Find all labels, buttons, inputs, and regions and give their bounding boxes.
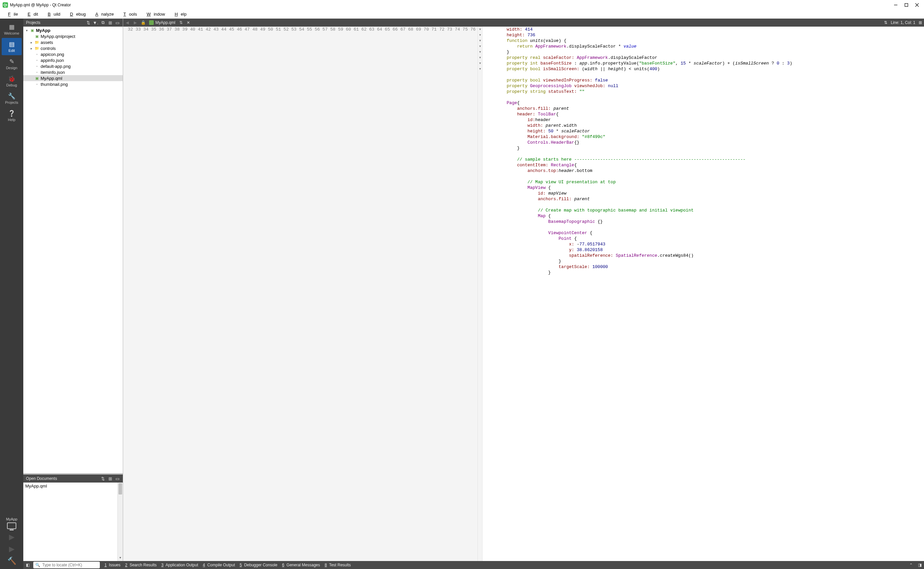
menu-analyze[interactable]: Analyze [90, 11, 117, 18]
editor-toolbar: ◀ ▶ 🔒 MyApp.qml ⇅ ✕ ⇅ Line: 1, Col: 1 ⊞ [123, 18, 924, 27]
editor-tab[interactable]: MyApp.qml [147, 18, 177, 27]
search-icon: 🔍 [35, 563, 40, 567]
output-tests[interactable]: 8 Test Results [325, 563, 351, 567]
scroll-thumb[interactable] [119, 483, 122, 494]
toggle-right-sidebar-button[interactable]: ◨ [915, 563, 924, 567]
menu-build[interactable]: Build [41, 11, 63, 18]
editor-split-icon[interactable]: ⊞ [919, 20, 922, 25]
kit-name: MyApp [3, 517, 20, 521]
tree-item[interactable]: ▫thumbnail.png [23, 81, 123, 87]
split-icon[interactable]: ⊞ [107, 20, 113, 25]
projects-panel-header: Projects ⇅ ▼. ⧉ ⊞ ▭ [23, 18, 123, 27]
mode-welcome-label: Welcome [4, 31, 19, 35]
mode-welcome[interactable]: ▦Welcome [2, 21, 21, 38]
pencil-icon: ✎ [9, 58, 14, 65]
link-icon[interactable]: ⧉ [100, 20, 105, 25]
editor-tab-label: MyApp.qml [156, 20, 175, 25]
project-tree[interactable]: ▾▣MyApp▣MyApp.qmlproject▸📁assets▸📁contro… [23, 27, 123, 473]
code-area[interactable]: width: 414 height: 736 function units(va… [482, 27, 924, 561]
close-button[interactable] [915, 3, 919, 7]
edit-icon: ▤ [9, 41, 15, 48]
mode-design-label: Design [6, 66, 17, 70]
code-editor[interactable]: 32 33 34 35 36 37 38 39 40 41 42 43 44 4… [123, 27, 924, 561]
run-debug-button[interactable]: ▶ [7, 545, 16, 554]
tree-item[interactable]: ▣MyApp.qml [23, 75, 123, 81]
mode-debug-label: Debug [6, 83, 17, 87]
menu-edit[interactable]: Edit [21, 11, 41, 18]
qtcreator-icon: Qt [3, 2, 8, 8]
tree-item[interactable]: ▸📁controls [23, 45, 123, 51]
wrench-icon: 🔧 [8, 93, 15, 100]
menu-file[interactable]: File [2, 11, 21, 18]
window-titlebar: Qt MyApp.qml @ MyApp - Qt Creator [0, 0, 924, 10]
scroll-down-icon[interactable]: ▾ [118, 556, 123, 561]
cursor-dropdown[interactable]: ⇅ [884, 20, 887, 25]
open-docs-title: Open Documents [26, 476, 57, 481]
menu-window[interactable]: Window [141, 11, 168, 18]
output-compile[interactable]: 4 Compile Output [203, 563, 235, 567]
tree-item[interactable]: ▸📁assets [23, 39, 123, 45]
toggle-sidebar-button[interactable]: ◧ [23, 563, 32, 567]
mode-design[interactable]: ✎Design [2, 55, 21, 73]
open-docs-header: Open Documents ⇅ ⊞ ▭ [23, 475, 123, 482]
tree-item[interactable]: ▫appicon.png [23, 51, 123, 57]
maximize-button[interactable] [904, 3, 909, 7]
mode-bar: ▦Welcome ▤Edit ✎Design 🐞Debug 🔧Projects … [0, 18, 23, 569]
filter-icon[interactable]: ▼. [93, 20, 98, 25]
mode-help[interactable]: ❔Help [2, 107, 21, 125]
mode-edit-label: Edit [9, 49, 15, 53]
svg-rect-1 [905, 4, 908, 7]
build-button[interactable]: 🔨 [7, 556, 16, 566]
nav-forward-button[interactable]: ▶ [131, 18, 139, 27]
open-docs-split-icon[interactable]: ⊞ [107, 476, 113, 481]
tree-root[interactable]: ▾▣MyApp [23, 27, 123, 33]
monitor-icon [7, 522, 16, 529]
output-debugger[interactable]: 5 Debugger Console [239, 563, 277, 567]
open-docs-close-icon[interactable]: ▭ [115, 476, 120, 481]
output-issues[interactable]: 1 Issues [104, 563, 120, 567]
nav-back-button[interactable]: ◀ [123, 18, 131, 27]
minimize-button[interactable] [894, 3, 898, 7]
tab-close-button[interactable]: ✕ [184, 20, 192, 25]
output-messages[interactable]: 6 General Messages [282, 563, 320, 567]
menu-debug[interactable]: Debug [64, 11, 88, 18]
line-number-gutter: 32 33 34 35 36 37 38 39 40 41 42 43 44 4… [123, 27, 478, 561]
menu-tools[interactable]: Tools [117, 11, 140, 18]
open-docs-scrollbar[interactable]: ▴ ▾ [117, 482, 123, 561]
fold-gutter[interactable]: ▾ ▾ ▾ ▾ ▾ ▾ ▾ ▾ [478, 27, 482, 561]
open-doc-item[interactable]: MyApp.qml [23, 482, 123, 490]
tree-item[interactable]: ▫iteminfo.json [23, 69, 123, 75]
locator-input[interactable] [42, 563, 98, 567]
help-icon: ❔ [8, 110, 15, 117]
tree-item[interactable]: ▫appinfo.json [23, 57, 123, 63]
kit-selector[interactable]: MyApp [3, 517, 20, 530]
output-search[interactable]: 2 Search Results [125, 563, 157, 567]
mode-debug[interactable]: 🐞Debug [2, 73, 21, 90]
locator[interactable]: 🔍 [33, 562, 100, 568]
mode-help-label: Help [8, 118, 16, 122]
symbol-dropdown[interactable]: ⇅ [177, 20, 184, 25]
open-docs-list[interactable]: MyApp.qml ▴ ▾ [23, 482, 123, 561]
bug-icon: 🐞 [8, 75, 15, 82]
open-docs-dropdown[interactable]: ⇅ [100, 476, 105, 481]
run-button[interactable]: ▶ [7, 532, 16, 542]
output-app[interactable]: 3 Application Output [162, 563, 198, 567]
qml-file-icon [149, 20, 154, 25]
mode-projects[interactable]: 🔧Projects [2, 90, 21, 107]
tree-item[interactable]: ▣MyApp.qmlproject [23, 33, 123, 39]
mode-projects-label: Projects [5, 100, 18, 104]
projects-selector-dropdown[interactable]: ⇅ [85, 20, 91, 25]
lock-icon[interactable]: 🔒 [139, 18, 147, 27]
grid-icon: ▦ [9, 23, 15, 30]
close-panel-icon[interactable]: ▭ [115, 20, 120, 25]
menu-bar: File Edit Build Debug Analyze Tools Wind… [0, 10, 924, 18]
tree-item[interactable]: ▫default-app.png [23, 63, 123, 69]
window-title: MyApp.qml @ MyApp - Qt Creator [10, 3, 71, 7]
output-expand-icon[interactable]: ⌃ [907, 563, 915, 567]
projects-panel-title: Projects [26, 20, 40, 25]
mode-edit[interactable]: ▤Edit [2, 38, 21, 55]
cursor-position[interactable]: Line: 1, Col: 1 [891, 20, 915, 25]
menu-help[interactable]: Help [169, 11, 190, 18]
bottom-bar: ◧ 🔍 1 Issues 2 Search Results 3 Applicat… [23, 561, 924, 569]
